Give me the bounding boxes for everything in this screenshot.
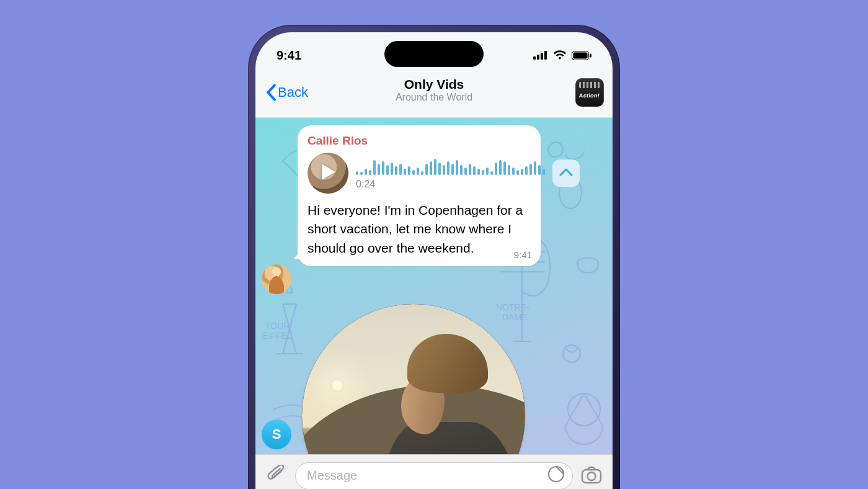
chat-title-block[interactable]: Only Vids Around the World — [255, 77, 613, 104]
svg-rect-0 — [533, 56, 536, 60]
sender-name[interactable]: Callie Rios — [308, 134, 531, 148]
voice-waveform[interactable] — [356, 156, 545, 175]
message-time: 9:41 — [514, 249, 532, 260]
battery-icon — [572, 51, 591, 60]
message-input[interactable]: Message — [295, 462, 573, 490]
chat-area[interactable]: NOTRE- DAME TOUR EiFFEL Callie Rios — [255, 118, 613, 454]
svg-point-16 — [588, 472, 596, 480]
svg-text:NOTRE-: NOTRE- — [496, 302, 529, 312]
phone-screen: 9:41 Bac — [255, 32, 613, 489]
video-note-person — [358, 323, 507, 454]
sticker-icon — [547, 465, 565, 486]
message-placeholder: Message — [307, 469, 357, 483]
camera-button[interactable] — [579, 464, 604, 488]
play-icon — [320, 163, 336, 184]
sender-avatar[interactable] — [262, 264, 291, 294]
camera-icon — [581, 465, 602, 487]
voice-play-button[interactable] — [308, 153, 348, 194]
transcript-toggle-button[interactable] — [552, 159, 580, 187]
sender-avatar-initial[interactable]: S — [262, 419, 291, 449]
sender-initial-text: S — [272, 426, 281, 442]
stage: 9:41 Bac — [0, 0, 868, 489]
svg-rect-2 — [541, 53, 543, 60]
voice-message-row: 0:24 — [308, 153, 531, 194]
back-label: Back — [278, 84, 308, 101]
back-button[interactable]: Back — [265, 84, 308, 101]
svg-point-13 — [563, 345, 580, 362]
chevron-left-icon — [265, 84, 277, 101]
svg-rect-3 — [544, 51, 547, 60]
svg-rect-1 — [537, 55, 539, 60]
bubble-tail — [293, 246, 306, 259]
status-icons — [533, 50, 591, 60]
paperclip-icon — [267, 465, 286, 487]
voice-waveform-col: 0:24 — [356, 156, 545, 190]
svg-text:TOUR: TOUR — [265, 321, 290, 331]
phone-frame: 9:41 Bac — [248, 25, 620, 489]
svg-point-12 — [568, 393, 600, 426]
chevron-up-icon — [559, 168, 573, 179]
svg-rect-5 — [574, 52, 588, 58]
message-bubble[interactable]: Callie Rios 0:24 — [298, 125, 541, 266]
dynamic-island — [384, 41, 484, 67]
voice-transcript: Hi everyone! I'm in Copenhagen for a sho… — [308, 201, 531, 258]
svg-text:EiFFEL: EiFFEL — [263, 331, 292, 341]
sticker-button[interactable] — [546, 466, 566, 486]
chat-title: Only Vids — [255, 77, 613, 92]
cellular-icon — [533, 51, 548, 60]
status-time: 9:41 — [277, 48, 301, 63]
nav-header: Back Only Vids Around the World Action! — [255, 72, 613, 118]
wifi-icon — [553, 50, 567, 60]
chat-avatar[interactable]: Action! — [575, 78, 604, 107]
video-note-sun — [330, 379, 344, 392]
svg-text:DAME: DAME — [502, 312, 527, 322]
input-bar: Message — [255, 454, 613, 489]
svg-rect-6 — [590, 53, 591, 57]
chat-subtitle: Around the World — [255, 92, 613, 103]
video-note[interactable] — [302, 304, 525, 454]
attach-button[interactable] — [264, 464, 289, 488]
voice-duration: 0:24 — [356, 179, 545, 190]
chat-avatar-label: Action! — [579, 92, 601, 99]
